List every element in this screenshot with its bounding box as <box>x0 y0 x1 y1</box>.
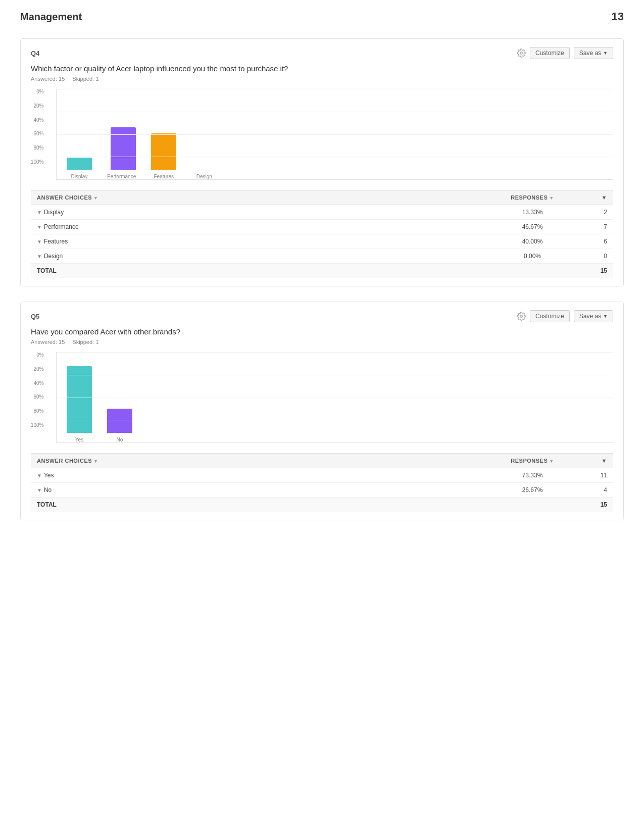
bar-label: Performance <box>107 174 136 179</box>
bar <box>107 409 132 433</box>
q5-bars-area: YesNo <box>56 352 613 443</box>
col-responses-q4[interactable]: RESPONSES <box>482 190 583 205</box>
bar <box>151 133 176 170</box>
svg-point-1 <box>520 315 523 318</box>
bar <box>67 366 92 433</box>
q5-chart: 100% 80% 60% 40% 20% 0% YesNo <box>31 352 613 443</box>
table-row: ▼ Performance46.67%7 <box>31 220 613 234</box>
customize-button-q5[interactable]: Customize <box>530 310 570 322</box>
bar-label: Design <box>196 174 212 179</box>
svg-point-0 <box>520 52 523 55</box>
gear-icon[interactable] <box>517 48 526 58</box>
q4-chart: 100% 80% 60% 40% 20% 0% DisplayPerforman… <box>31 89 613 180</box>
question-4-answered: Answered: 15 Skipped: 1 <box>31 76 613 82</box>
q4-answer-table: ANSWER CHOICES RESPONSES ▼ ▼ Display13.3… <box>31 190 613 278</box>
table-row: ▼ No26.67%4 <box>31 483 613 498</box>
bar-label: Display <box>71 174 88 179</box>
question-5-text: Have you compared Acer with other brands… <box>31 327 613 336</box>
question-4-text: Which factor or quality of Acer laptop i… <box>31 64 613 73</box>
table-row: ▼ Display13.33%2 <box>31 205 613 220</box>
col-choices-q4[interactable]: ANSWER CHOICES <box>31 190 482 205</box>
gear-icon-q5[interactable] <box>517 312 526 321</box>
bar-label: No <box>117 437 123 443</box>
table-row: ▼ Yes73.33%11 <box>31 468 613 483</box>
table-row: ▼ Design0.00%0 <box>31 249 613 264</box>
bar <box>67 158 92 170</box>
question-5-label: Q5 <box>31 313 39 320</box>
question-4-header: Q4 Customize Save as <box>31 47 613 59</box>
saveas-button-q4[interactable]: Save as <box>574 47 613 59</box>
col-responses-q5[interactable]: RESPONSES <box>482 454 583 468</box>
bar-group: Yes <box>67 366 92 443</box>
bar-group: Display <box>67 158 92 179</box>
q4-bars-area: DisplayPerformanceFeaturesDesign <box>56 89 613 180</box>
row-arrow: ▼ <box>37 487 42 493</box>
table-row: ▼ Features40.00%6 <box>31 234 613 249</box>
bar-group: Features <box>151 133 176 179</box>
bar-label: Yes <box>75 437 83 443</box>
row-arrow: ▼ <box>37 473 42 478</box>
row-arrow: ▼ <box>37 224 42 230</box>
col-choices-q5[interactable]: ANSWER CHOICES <box>31 454 482 468</box>
saveas-button-q5[interactable]: Save as <box>574 310 613 322</box>
q4-y-labels: 100% 80% 60% 40% 20% 0% <box>31 89 47 165</box>
row-arrow: ▼ <box>37 254 42 259</box>
row-arrow: ▼ <box>37 210 42 215</box>
page-number: 13 <box>612 10 624 23</box>
q5-y-labels: 100% 80% 60% 40% 20% 0% <box>31 352 47 428</box>
bar <box>111 127 136 170</box>
row-arrow: ▼ <box>37 239 42 244</box>
question-4-toolbar: Customize Save as <box>517 47 613 59</box>
q5-answer-table: ANSWER CHOICES RESPONSES ▼ ▼ Yes73.33%11… <box>31 453 613 512</box>
question-4-label: Q4 <box>31 50 39 57</box>
question-5-answered: Answered: 15 Skipped: 1 <box>31 339 613 345</box>
q4-total-row: TOTAL 15 <box>31 264 613 278</box>
customize-button-q4[interactable]: Customize <box>530 47 570 59</box>
page-title: Management <box>20 11 82 23</box>
question-5-header: Q5 Customize Save as <box>31 310 613 322</box>
question-4-block: Q4 Customize Save as Which factor or qua… <box>20 38 624 286</box>
q5-total-row: TOTAL 15 <box>31 498 613 512</box>
bar-group: Performance <box>107 127 136 179</box>
bar-group: No <box>107 409 132 443</box>
bar-group: Design <box>191 170 217 179</box>
bar-label: Features <box>154 174 174 179</box>
page-header: Management 13 <box>20 10 624 23</box>
question-5-toolbar: Customize Save as <box>517 310 613 322</box>
question-5-block: Q5 Customize Save as Have you compared A… <box>20 302 624 520</box>
